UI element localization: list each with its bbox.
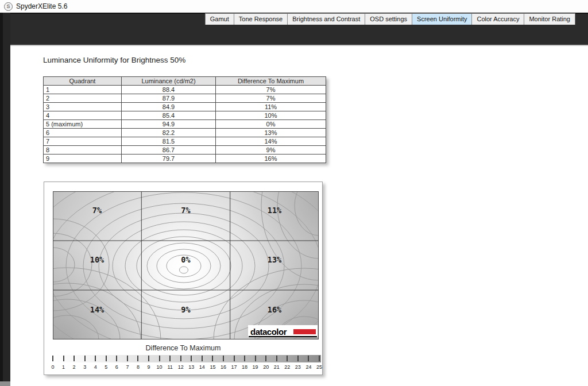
table-cell: 87.9 [122,94,216,103]
scale-tick-number: 12 [176,364,185,370]
tab-monitor-rating[interactable]: Monitor Rating [524,13,575,25]
window-titlebar: S SpyderXElite 5.6 [0,0,588,13]
scale-tick-number: 4 [91,364,100,370]
cell-label: 16% [268,305,282,314]
report-heading: Luminance Uniformity for Brightness 50% [43,56,185,64]
scale-tick [234,356,235,361]
column-header: Luminance (cd/m2) [122,77,216,86]
table-row: 979.716% [44,155,326,163]
scale-tick-number: 11 [165,364,175,370]
table-cell: 5 (maximum) [44,120,122,129]
table-cell: 82.2 [122,129,216,137]
tab-screen-uniformity[interactable]: Screen Uniformity [412,13,472,25]
scale-tick [287,356,288,361]
left-edge-strip [0,13,10,386]
table-row: 5 (maximum)94.90% [44,120,326,129]
column-header: Difference To Maximum [216,77,326,86]
scale-tick-number: 20 [261,364,270,370]
scale-tick [148,356,149,361]
table-row: 384.911% [44,103,326,111]
table-cell: 85.4 [122,111,216,120]
table-cell: 7% [216,86,326,94]
scale-tick-number: 15 [208,364,217,370]
table-cell: 79.7 [122,155,216,163]
table-row: 886.79% [44,146,326,155]
left-edge-strip-footer [0,381,10,386]
table-cell: 9% [216,146,326,155]
scale-tick-number: 8 [133,364,142,370]
scale-tick [95,356,96,361]
datacolor-logo-red-bar [293,329,316,334]
scale-tick-number: 3 [80,364,90,370]
scale-tick [116,356,117,361]
scale-tick [106,356,107,361]
table-cell: 16% [216,155,326,163]
table-header-row: QuadrantLuminance (cd/m2)Difference To M… [44,77,326,86]
cell-label: 0% [181,255,191,264]
scale-tick-number: 0 [48,364,57,370]
scale-tick [159,356,160,361]
table-cell: 94.9 [122,120,216,129]
table-cell: 0% [216,120,326,129]
tab-tone-response[interactable]: Tone Response [234,13,288,25]
table-cell: 9 [44,155,122,163]
scale-tick [223,356,224,361]
scale-tick-number: 23 [293,364,303,370]
scale-tick-number: 17 [230,364,239,370]
scale-tick [84,356,86,361]
table-cell: 13% [216,129,326,137]
tab-brightness-and-contrast[interactable]: Brightness and Contrast [288,13,365,25]
scale-tick [265,356,266,361]
cell-label: 7% [92,206,102,215]
table-cell: 14% [216,137,326,146]
scale-title: Difference To Maximum [44,344,322,352]
cell-label: 14% [90,305,105,314]
scale-tick [137,356,138,361]
cell-label: 10% [90,255,105,264]
table-cell: 81.5 [122,137,216,146]
scale-tick [244,356,245,361]
scale-tick [212,356,213,361]
cell-label: 11% [268,206,282,215]
scale-tick [169,356,171,361]
table-cell: 3 [44,103,122,111]
scale-tick-number: 10 [155,364,164,370]
tab-gamut[interactable]: Gamut [205,13,234,25]
scale-tick-number: 21 [272,364,281,370]
scale-tick-number: 6 [112,364,121,370]
scale-tick [52,356,53,361]
table-row: 682.213% [44,129,326,137]
scale-tick [127,356,128,361]
scale-tick-number: 9 [144,364,153,370]
table-row: 287.97% [44,94,326,103]
tab-osd-settings[interactable]: OSD settings [365,13,412,25]
table-cell: 86.7 [122,146,216,155]
scale-tick [74,356,75,361]
table-cell: 1 [44,86,122,94]
cell-label: 7% [181,206,191,215]
tab-color-accuracy[interactable]: Color Accuracy [472,13,524,25]
table-row: 781.514% [44,137,326,146]
app-icon: S [4,2,13,11]
scale-tick [319,356,320,361]
scale-tick [191,356,192,361]
column-header: Quadrant [44,77,122,86]
scale-tick-number: 14 [198,364,207,370]
scale-tick-number: 1 [59,364,68,370]
scale-tick-number: 18 [240,364,249,370]
table-cell: 7 [44,137,122,146]
app-window: S SpyderXElite 5.6 GamutTone ResponseBri… [0,0,588,386]
uniformity-contour-map: 7%7%11%10%0%13%14%9%16% datacolor [53,191,319,339]
datacolor-logo-text: datacolor [250,327,287,337]
cell-label: 9% [181,305,191,314]
scale-tick [297,356,299,361]
uniformity-figure: 7%7%11%10%0%13%14%9%16% datacolor Differ… [44,182,323,375]
table-cell: 2 [44,94,122,103]
table-row: 188.47% [44,86,326,94]
table-cell: 7% [216,94,326,103]
scale-tick [63,356,64,361]
header-band-divider [0,45,588,46]
table-cell: 11% [216,103,326,111]
table-cell: 8 [44,146,122,155]
table-cell: 84.9 [122,103,216,111]
